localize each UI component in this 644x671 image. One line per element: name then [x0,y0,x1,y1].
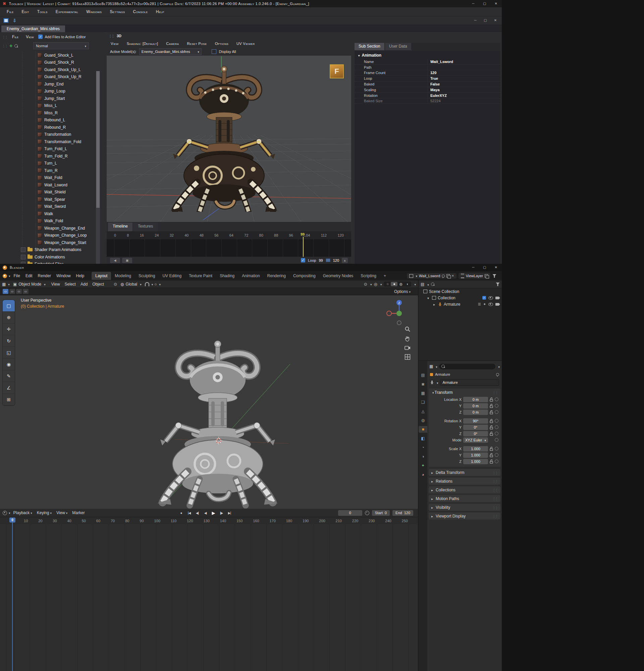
unlock-icon[interactable] [490,432,493,436]
current-frame-field[interactable]: 0 [338,510,362,516]
tool-button[interactable]: ✛ [3,324,15,335]
ortho-grid-icon[interactable] [405,354,410,360]
pin-icon[interactable] [496,373,499,376]
number-field[interactable]: 0° [463,431,488,436]
collapsed-panel[interactable]: Relations [429,478,500,485]
camera-icon[interactable] [495,296,499,299]
pan-hand-icon[interactable] [405,336,410,342]
close-button[interactable] [491,0,502,8]
menu-item[interactable]: File [3,8,18,15]
animate-dot-icon[interactable] [495,410,498,414]
viewport-menu-item[interactable]: Add [78,281,90,287]
drag-handle-icon[interactable] [2,43,8,48]
animation-tree-item[interactable]: Rebound_L [0,117,104,124]
collapsed-icon[interactable] [433,302,436,307]
transport-button[interactable]: ◀| [194,511,201,515]
playhead-line[interactable] [12,522,13,671]
gizmo-dropdown-icon[interactable]: ◎ [374,282,377,287]
outliner-row-scene-collection[interactable]: Scene Collection [419,288,502,295]
tool-button[interactable]: ⊕ [3,312,15,324]
texture-cube-thumbnail[interactable]: F [330,64,344,78]
property-row[interactable]: Baked False [355,81,500,87]
add-files-checkbox[interactable] [38,35,42,39]
panel-grip-icon[interactable] [492,390,498,395]
pin-icon[interactable] [442,275,445,278]
download-icon[interactable] [13,18,16,23]
workspace-tab[interactable]: Shading [216,272,238,280]
workspace-tab[interactable]: Sculpting [135,272,159,280]
animation-tree-item[interactable]: Guard_Shock_Up_L [0,66,104,73]
animation-tree-item[interactable]: Turn_Fold_R [0,152,104,160]
number-field[interactable]: 0 m [463,409,488,415]
shading-rendered-icon[interactable]: ◐ [404,282,411,286]
tool-button[interactable]: ↻ [3,335,15,347]
select-mode-subtract-icon[interactable]: ▭ [16,289,22,294]
animate-dot-icon[interactable] [495,438,498,442]
timeline-track[interactable] [107,239,351,257]
viewport-menu-item[interactable]: Object [90,281,106,287]
transport-button[interactable]: |▶ [218,511,225,515]
tool-button[interactable]: ✎ [3,370,15,382]
transport-button[interactable]: ▶| [226,511,233,515]
workspace-tab[interactable]: Scripting [357,272,380,280]
transform-panel-header[interactable]: Transform [429,389,500,396]
timeline-menu-item[interactable]: Keying [35,510,54,516]
animate-dot-icon[interactable] [495,425,498,429]
viewport-menu-item[interactable]: Camera [162,41,183,46]
animation-tree-item[interactable]: Rebound_R [0,124,104,131]
drag-handle-icon[interactable] [109,34,114,38]
end-frame-field[interactable]: End 120 [393,510,413,516]
viewport-menu-item[interactable]: Shading: [Default] [123,41,162,46]
animation-tree-item[interactable]: Turn_R [0,167,104,174]
3d-viewport-canvas[interactable]: F [107,56,351,222]
animation-tree-item[interactable]: Jump_Start [0,95,104,102]
timeline-ruler[interactable]: 081624324048566472808896104112120 [107,231,351,239]
animation-tree-item[interactable]: Wait_Sword [0,203,104,211]
orientation-dropdown[interactable]: ◍ Global [119,281,144,287]
camera-view-icon[interactable] [405,345,410,350]
shading-solid-icon[interactable]: ● [391,282,397,286]
properties-editor-icon[interactable]: ▦ [429,364,433,369]
properties-search-input[interactable] [439,364,496,369]
menu-item[interactable]: Edit [18,8,33,15]
animate-dot-icon[interactable] [495,397,498,401]
filter-dropdown[interactable]: Normal [33,42,89,49]
transport-button[interactable]: ● [178,511,185,515]
timeline-button[interactable]: ◀ [110,258,120,263]
number-field[interactable]: 0° [463,425,488,430]
number-field[interactable]: 1.000 [463,459,488,464]
menu-item[interactable]: Windows [82,8,106,15]
animate-dot-icon[interactable] [495,447,498,451]
unlink-icon[interactable] [451,274,454,278]
guardian-model-textured[interactable] [157,58,291,212]
mode-dropdown[interactable]: ▣ Object Mode [11,281,48,287]
property-tab-icon[interactable]: ◕ [419,471,427,478]
viewport-menu-item[interactable]: View [107,41,123,46]
unlock-icon[interactable] [490,447,493,451]
pose-icon[interactable]: ☰ [478,302,481,306]
mdi-minimize-button[interactable] [470,17,480,24]
guardian-model-untextured[interactable] [142,328,293,508]
object-name-field[interactable]: Armature [440,379,499,386]
add-icon[interactable]: + [9,43,12,48]
tab-timeline[interactable]: Timeline [108,223,133,231]
workspace-tab[interactable]: Rendering [264,272,289,280]
property-tab-icon[interactable]: ❏ [419,399,427,406]
property-tab-icon[interactable]: ◙ [419,381,427,388]
viewport-menu-item[interactable]: Reset Pose [183,41,211,46]
document-tab[interactable]: Enemy_Guardian_Mini.sbfres [1,25,65,33]
display-all-checkbox[interactable] [212,49,216,54]
workspace-tab[interactable]: Compositing [289,272,319,280]
property-row[interactable]: Rotation EulerXYZ [355,93,500,99]
menu-item[interactable]: Help [73,272,87,280]
property-row[interactable]: Scaling Maya [355,87,500,93]
animation-tree-item[interactable]: Weapon_Change_End [0,225,104,232]
visibility-dropdown-icon[interactable]: ⊙ [364,282,367,287]
menu-item[interactable]: Edit [23,272,35,280]
select-mode-intersect-icon[interactable]: ▭ [23,289,28,294]
tab-user-data[interactable]: User Data [385,43,411,50]
view-layer-selector[interactable]: ViewLayer [459,273,491,279]
number-field[interactable]: 0 m [463,397,488,402]
transport-button[interactable]: ◀ [202,511,209,515]
timeline-button[interactable]: ▣ [122,258,132,263]
